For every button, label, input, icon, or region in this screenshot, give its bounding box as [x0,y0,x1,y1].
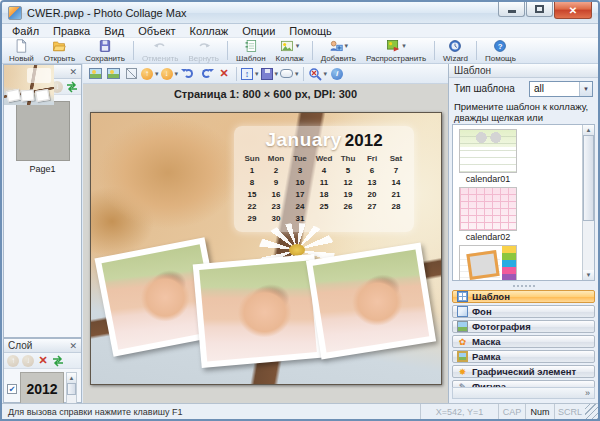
layer-down-button: ↓ [22,355,34,367]
template-button[interactable]: Шаблон [231,39,271,62]
template-type-select[interactable]: all ▼ [529,81,593,97]
menu-file[interactable]: Файл [12,25,39,37]
rotate-cw-button[interactable] [180,66,196,82]
panel-splitter[interactable] [452,283,595,289]
scrollbar-thumb[interactable] [583,135,594,221]
template-thumbnail[interactable] [459,245,517,281]
zoom-reset-button[interactable]: ▾ [308,66,328,82]
dropdown-icon[interactable]: ▾ [275,70,279,78]
calendar-date: 8 [240,177,264,189]
template-item[interactable]: calendar02 [457,187,519,243]
rotate-ccw-button[interactable] [198,66,214,82]
menu-help[interactable]: Помощь [289,25,332,37]
menu-options[interactable]: Опции [242,25,275,37]
rotate-cw-icon [184,69,193,78]
status-scrolllock: SCRL [554,404,585,419]
template-sidebar: Шаблон Тип шаблона all ▼ Примените шабло… [448,64,598,403]
nav-overflow-button[interactable]: » [452,387,595,399]
layer-thumbnail[interactable]: 2012 [20,372,64,406]
nav-graphic-button[interactable]: ✸ Графический элемент [452,365,595,378]
delete-icon: ✕ [219,67,228,80]
calendar-object[interactable]: January 2012 SunMonTueWedThuFriSat 12345… [234,126,414,232]
layer-panel-title: Слой [8,340,69,351]
template-thumbnail[interactable] [459,129,517,173]
page-info-button[interactable]: i [329,66,345,82]
add-button[interactable]: ▾ Добавить [316,39,361,62]
delete-object-button[interactable]: ✕ [216,66,232,82]
menu-view[interactable]: Вид [104,25,124,37]
nav-template-button[interactable]: Шаблон [452,290,595,303]
replace-image-button[interactable] [105,66,121,82]
page-shape-button[interactable]: ▾ [280,66,299,82]
image-swap-icon [107,68,120,79]
delete-layer-button[interactable]: ✕ [37,355,49,367]
crop-button[interactable] [123,66,139,82]
bring-forward-button[interactable]: ↑▾ [141,66,159,82]
template-label: calendar02 [466,231,511,243]
swap-layers-button[interactable] [52,355,64,367]
close-button[interactable]: ✕ [554,2,592,19]
nav-photo-button[interactable]: Фотография [452,320,595,333]
fit-page-button[interactable]: ↕▾ [241,66,259,82]
dropdown-icon[interactable]: ▾ [402,42,406,50]
dropdown-icon[interactable]: ▾ [255,70,259,78]
menu-collage[interactable]: Коллаж [190,25,229,37]
collage-button[interactable]: ▾ Коллаж [271,39,309,62]
layer-panel-close-icon[interactable]: ✕ [69,341,77,351]
calendar-date: 10 [288,177,312,189]
calendar-date: 11 [312,177,336,189]
template-item[interactable]: calendar03 [457,245,519,281]
calendar-date: 4 [312,165,336,177]
open-button[interactable]: Открыть [39,39,80,62]
minimize-button[interactable] [498,2,525,17]
page-thumbnail-label: Page1 [29,164,55,174]
layer-visibility-checkbox[interactable]: ✔ [7,384,17,394]
wizard-button[interactable]: Wizard [438,39,473,62]
help-button[interactable]: ? Помощь [480,39,521,62]
swap-arrows-icon [66,81,78,93]
dropdown-icon[interactable]: ▾ [345,42,349,50]
export-button[interactable]: ▾ [261,66,279,82]
dropdown-icon[interactable]: ▾ [296,42,300,50]
baby-photo [313,249,429,352]
dropdown-icon[interactable]: ▾ [175,70,179,78]
nav-background-button[interactable]: Фон [452,305,595,318]
page-panel-close-icon[interactable]: ✕ [69,67,77,77]
new-button[interactable]: Новый [4,39,39,62]
scroll-up-icon[interactable]: ▲ [67,373,76,383]
new-document-icon [14,39,28,53]
calendar-date: 9 [264,177,288,189]
save-button[interactable]: Сохранить [80,39,130,62]
menu-object[interactable]: Объект [138,25,175,37]
center-column: ↑▾ ↓▾ ✕ ↕▾ ▾ ▾ ▾ i Страница 1: 800 × 600… [83,64,448,403]
swap-pages-button[interactable] [66,81,78,93]
toolbar-separator [303,67,304,81]
calendar-date [384,213,408,225]
calendar-date: 22 [240,201,264,213]
template-item[interactable]: calendar01 [457,129,519,185]
nav-frame-button[interactable]: Рамка [452,350,595,363]
left-column: Страница ✕ + ✕ ↑ ↓ [2,64,83,403]
distribute-button[interactable]: ▾ Распространить [361,39,431,62]
dropdown-icon[interactable]: ▾ [295,70,299,78]
send-backward-button[interactable]: ↓▾ [161,66,179,82]
menu-edit[interactable]: Правка [53,25,90,37]
insert-image-button[interactable] [87,66,103,82]
scroll-down-icon[interactable]: ▼ [583,270,594,280]
resize-grip[interactable] [585,404,598,419]
scroll-up-icon[interactable]: ▲ [583,125,594,135]
photo-object-2[interactable] [193,254,324,368]
dropdown-icon[interactable]: ▾ [155,70,159,78]
photo-object-3[interactable] [306,243,436,360]
chevron-down-icon[interactable]: ▼ [579,82,592,96]
scrollbar-thumb[interactable] [67,383,76,395]
nav-mask-button[interactable]: ✿ Маска [452,335,595,348]
collage-page[interactable]: January 2012 SunMonTueWedThuFriSat 12345… [90,112,442,385]
template-thumbnail[interactable] [459,187,517,231]
status-bar: Для вызова справки нажмите клавишу F1 X=… [2,403,598,419]
maximize-button[interactable] [526,2,553,17]
template-scrollbar[interactable]: ▲ ▼ [582,125,594,280]
calendar-date [336,213,360,225]
dropdown-icon[interactable]: ▾ [324,70,328,78]
page-thumbnail[interactable] [16,101,70,161]
